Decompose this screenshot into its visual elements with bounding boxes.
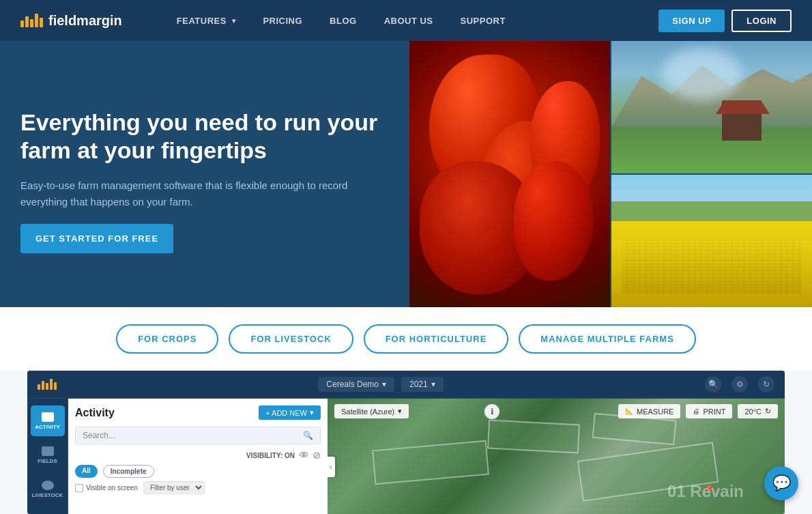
logo-bar-4 bbox=[35, 14, 38, 27]
app-top-icons: 🔍 ⚙ ↻ bbox=[705, 376, 774, 392]
tab-horticulture[interactable]: FOR HORTICULTURE bbox=[364, 324, 509, 354]
visibility-label: VISIBILITY: ON 👁 ⊘ bbox=[246, 450, 321, 461]
login-button[interactable]: LOGIN bbox=[731, 10, 792, 32]
field-overlay-1 bbox=[372, 440, 489, 485]
print-button[interactable]: 🖨 PRINT bbox=[686, 404, 732, 418]
app-map: Satellite (Azure) ▾ ℹ 📐 MEASURE 🖨 PRINT bbox=[328, 399, 785, 514]
app-logo-bar-3 bbox=[46, 383, 48, 390]
refresh-icon[interactable]: ↻ bbox=[758, 376, 774, 392]
visibility-control: VISIBILITY: ON 👁 ⊘ bbox=[75, 450, 321, 461]
sidebar-item-fields[interactable]: FIELDS bbox=[31, 440, 65, 470]
app-panel-title: Activity bbox=[75, 407, 115, 419]
livestock-icon bbox=[42, 481, 54, 490]
filter-incomplete[interactable]: Incomplete bbox=[103, 465, 154, 478]
hero-section: Everything you need to run your farm at … bbox=[0, 41, 812, 307]
print-icon: 🖨 bbox=[693, 408, 699, 415]
signup-button[interactable]: SIGN UP bbox=[658, 10, 725, 32]
app-logo-bar-1 bbox=[38, 384, 40, 390]
hero-subtitle: Easy-to-use farm management software tha… bbox=[20, 177, 375, 210]
map-info-btn[interactable]: ℹ bbox=[484, 404, 499, 419]
hero-title: Everything you need to run your farm at … bbox=[20, 109, 382, 165]
logo-bar-1 bbox=[20, 20, 24, 27]
tabs-section: FOR CROPS FOR LIVESTOCK FOR HORTICULTURE… bbox=[0, 307, 812, 371]
sidebar-item-livestock[interactable]: LIVESTOCK bbox=[31, 474, 65, 504]
filter-row-2: Visible on screen Filter by user bbox=[75, 481, 321, 494]
app-panel-header: Activity + ADD NEW ▾ bbox=[75, 405, 321, 420]
sidebar-item-activity[interactable]: ACTIVITY bbox=[31, 405, 65, 436]
temperature-display: 20°C ↻ bbox=[738, 404, 778, 418]
nav-links: FEATURES ▾ PRICING BLOG ABOUT US SUPPORT bbox=[163, 0, 659, 41]
logo-icon bbox=[20, 14, 43, 27]
checkbox-visible[interactable] bbox=[75, 484, 83, 492]
app-demo-container: Cereals Demo ▾ 2021 ▾ 🔍 ⚙ ↻ ACTIVITY bbox=[0, 371, 812, 514]
search-icon[interactable]: 🔍 bbox=[705, 376, 721, 392]
tab-livestock[interactable]: FOR LIVESTOCK bbox=[229, 324, 353, 354]
nav-about[interactable]: ABOUT US bbox=[371, 0, 447, 41]
hero-image-field bbox=[611, 175, 812, 307]
filter-by-user-dropdown[interactable]: Filter by user bbox=[143, 481, 205, 494]
hero-images bbox=[409, 41, 812, 307]
chevron-down-icon: ▾ bbox=[382, 380, 386, 389]
visible-on-screen-filter[interactable]: Visible on screen bbox=[75, 481, 138, 494]
app-logo-bar-2 bbox=[42, 381, 44, 390]
chat-icon: 💬 bbox=[772, 474, 791, 492]
gear-icon[interactable]: ⚙ bbox=[731, 376, 748, 392]
sidebar-label-activity: ACTIVITY bbox=[35, 424, 59, 430]
app-screenshot: Cereals Demo ▾ 2021 ▾ 🔍 ⚙ ↻ ACTIVITY bbox=[27, 371, 785, 514]
refresh-icon: ↻ bbox=[765, 407, 771, 416]
logo-bar-2 bbox=[25, 16, 29, 27]
app-body: ACTIVITY FIELDS LIVESTOCK Activity + ADD… bbox=[27, 399, 785, 514]
map-layer-selector[interactable]: Satellite (Azure) ▾ bbox=[334, 404, 409, 418]
app-logo-bar-4 bbox=[50, 379, 53, 390]
chevron-down-icon: ▾ bbox=[232, 17, 236, 25]
add-new-button[interactable]: + ADD NEW ▾ bbox=[259, 405, 321, 420]
hero-content: Everything you need to run your farm at … bbox=[0, 41, 409, 307]
nav-support[interactable]: SUPPORT bbox=[447, 0, 519, 41]
filter-all[interactable]: All bbox=[75, 465, 98, 478]
tab-manage-farms[interactable]: MANAGE MULTIPLE FARMS bbox=[519, 324, 696, 354]
search-icon: 🔍 bbox=[303, 431, 313, 440]
logo[interactable]: fieldmargin bbox=[20, 13, 122, 29]
logo-text: fieldmargin bbox=[48, 13, 122, 29]
app-logo-small bbox=[38, 379, 57, 390]
app-top-bar: Cereals Demo ▾ 2021 ▾ 🔍 ⚙ ↻ bbox=[27, 371, 785, 399]
tab-crops[interactable]: FOR CROPS bbox=[116, 324, 218, 354]
chevron-down-icon: ▾ bbox=[398, 407, 402, 416]
navbar: fieldmargin FEATURES ▾ PRICING BLOG ABOU… bbox=[0, 0, 812, 41]
sidebar-label-livestock: LIVESTOCK bbox=[32, 492, 63, 498]
sidebar-collapse-btn[interactable]: ‹ bbox=[328, 457, 335, 477]
measure-button[interactable]: 📐 MEASURE bbox=[618, 404, 680, 418]
year-dropdown[interactable]: 2021 ▾ bbox=[401, 377, 444, 392]
app-title-area: Cereals Demo ▾ 2021 ▾ bbox=[70, 377, 691, 392]
fields-icon bbox=[42, 446, 54, 456]
nav-pricing[interactable]: PRICING bbox=[249, 0, 316, 41]
logo-bar-3 bbox=[30, 19, 33, 27]
nav-buttons: SIGN UP LOGIN bbox=[658, 10, 792, 32]
chevron-down-icon: ▾ bbox=[431, 380, 435, 389]
chevron-down-icon: ▾ bbox=[310, 408, 314, 417]
watermark: 01 Revain bbox=[667, 482, 744, 501]
demo-dropdown[interactable]: Cereals Demo ▾ bbox=[318, 377, 394, 392]
cta-button[interactable]: GET STARTED FOR FREE bbox=[20, 224, 173, 253]
activity-icon bbox=[42, 412, 54, 422]
app-main-panel: Activity + ADD NEW ▾ Search... 🔍 VISIBIL… bbox=[68, 399, 328, 514]
nav-blog[interactable]: BLOG bbox=[316, 0, 371, 41]
map-action-buttons: 📐 MEASURE 🖨 PRINT 20°C ↻ bbox=[618, 404, 778, 418]
search-bar[interactable]: Search... 🔍 bbox=[75, 427, 321, 444]
hero-image-mountain bbox=[611, 41, 812, 173]
sidebar-label-fields: FIELDS bbox=[38, 458, 57, 464]
nav-features[interactable]: FEATURES ▾ bbox=[163, 0, 250, 41]
chat-widget[interactable]: 💬 bbox=[764, 466, 798, 500]
filter-row: All Incomplete bbox=[75, 465, 321, 478]
hero-image-apples bbox=[409, 41, 610, 307]
logo-bar-5 bbox=[40, 18, 43, 27]
measure-icon: 📐 bbox=[625, 408, 633, 415]
app-sidebar: ACTIVITY FIELDS LIVESTOCK bbox=[27, 399, 68, 514]
field-overlay-2 bbox=[487, 420, 579, 453]
app-logo-bar-5 bbox=[54, 382, 57, 390]
